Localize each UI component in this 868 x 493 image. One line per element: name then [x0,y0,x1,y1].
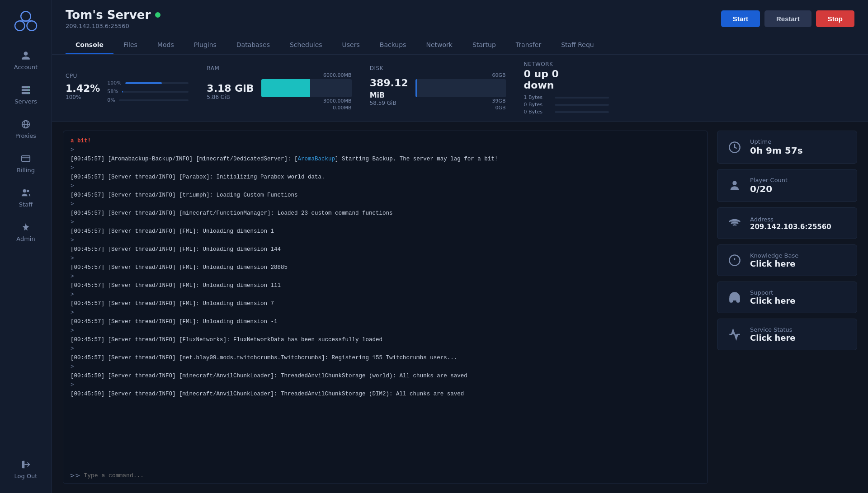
disk-bar-fill [415,79,417,97]
tab-console[interactable]: Console [66,37,113,54]
svg-point-2 [27,21,37,31]
network-up-value: 0 up 0 [524,68,559,80]
cpu-bar-label-mid: 58% [107,89,118,94]
console-prompt-12: > [71,344,700,353]
tab-backups[interactable]: Backups [370,37,416,54]
console-line-5: [00:45:57] [Server thread/INFO] [FML]: U… [71,227,700,236]
sidebar-item-billing[interactable]: Billing [0,147,52,179]
cpu-bar-label-top: 100% [107,80,121,86]
console-line-10: [00:45:57] [Server thread/INFO] [FML]: U… [71,317,700,326]
disk-sub: 58.59 GiB [370,100,408,106]
service-status-label: Service Status [750,326,796,333]
restart-button[interactable]: Restart [764,10,811,27]
console-input-row: >> [63,467,708,484]
service-status-card[interactable]: Service Status Click here [717,319,857,350]
net-bar-2 [555,104,609,106]
console-line-7: [00:45:57] [Server thread/INFO] [FML]: U… [71,263,700,272]
account-icon [20,50,32,61]
tab-transfer[interactable]: Transfer [506,37,551,54]
sidebar-item-proxies-label: Proxies [15,132,36,139]
sidebar-item-billing-label: Billing [17,167,35,174]
console-line-11: [00:45:57] [Server thread/INFO] [FluxNet… [71,335,700,344]
tab-databases[interactable]: Databases [226,37,280,54]
console-line-14: [00:45:59] [Server thread/INFO] [minecra… [71,390,700,399]
sidebar-item-servers[interactable]: Servers [0,79,52,110]
sidebar-item-admin[interactable]: Admin [0,216,52,248]
console-prompt-13: > [71,362,700,371]
sidebar-item-logout-label: Log Out [14,473,38,479]
cpu-bar-track-2 [122,91,189,93]
ram-bar-area: 6000.00MB 3000.00MB 0.00MB [261,72,352,111]
sidebar-item-staff[interactable]: Staff [0,182,52,213]
knowledge-base-label: Knowledge Base [750,252,798,259]
sidebar-item-admin-label: Admin [16,235,35,242]
status-indicator [155,12,160,18]
address-card: Address 209.142.103.6:25560 [717,207,857,239]
net-bar-1 [555,97,609,99]
sidebar-item-account[interactable]: Account [0,44,52,76]
ram-bar-zero-label: 0.00MB [261,105,352,111]
chart-icon [726,326,743,343]
cpu-bar-track-3 [119,99,189,101]
proxies-icon [20,118,32,130]
knowledge-base-link: Click here [750,259,798,268]
network-up: 0 up 0 down [524,68,609,91]
player-count-content: Player Count 0/20 [750,177,788,194]
ram-bar-bot-label: 3000.00MB [261,98,352,104]
console-prompt-10: > [71,308,700,317]
console-line-3: [00:45:57] [Server thread/INFO] [triumph… [71,191,700,200]
disk-bar-area: 60GB 39GB 0GB [415,72,506,111]
console-line-13: [00:45:59] [Server thread/INFO] [minecra… [71,371,700,380]
service-status-content: Service Status Click here [750,326,796,343]
svg-point-11 [28,93,29,94]
console-input[interactable] [84,472,701,479]
player-count-value: 0/20 [750,183,788,194]
svg-point-0 [21,11,31,21]
tab-mods[interactable]: Mods [147,37,184,54]
ram-sub: 5.86 GiB [207,94,254,100]
console-output: a bit! > [00:45:57] [Aromabackup-Backup/… [63,131,708,467]
ram-bar-fill [261,79,310,97]
ram-label: RAM [207,65,351,71]
sidebar-item-proxies[interactable]: Proxies [0,113,52,145]
uptime-value: 0h 9m 57s [750,145,803,156]
svg-rect-15 [22,156,30,162]
knowledge-base-content: Knowledge Base Click here [750,252,798,268]
support-content: Support Click here [750,289,796,305]
tab-network[interactable]: Network [416,37,462,54]
address-content: Address 209.142.103.6:25560 [750,216,831,231]
cpu-bar-label-bot: 0% [107,97,115,103]
right-panel: Uptime 0h 9m 57s Player Count 0/20 [717,131,857,484]
tab-plugins[interactable]: Plugins [184,37,226,54]
server-name: Tom's Server [66,8,151,22]
console-line-9: [00:45:57] [Server thread/INFO] [FML]: U… [71,299,700,308]
tab-staffrequ[interactable]: Staff Requ [551,37,604,54]
disk-value: 389.12MiB [370,77,408,100]
console-line-6: [00:45:57] [Server thread/INFO] [FML]: U… [71,245,700,254]
main-nav: Console Files Mods Plugins Databases Sch… [66,37,854,54]
cpu-bars: 100% 58% 0% [107,80,189,103]
net-bar-3 [555,111,609,113]
stop-button[interactable]: Stop [816,10,854,27]
network-label: Network [524,61,609,67]
start-button[interactable]: Start [721,10,760,27]
tab-files[interactable]: Files [113,37,147,54]
tab-users[interactable]: Users [332,37,370,54]
ram-bar-chart [261,79,352,97]
console-prompt-4: > [71,200,700,209]
content-area: a bit! > [00:45:57] [Aromabackup-Backup/… [52,122,868,493]
console-prompt-9: > [71,290,700,299]
staff-icon [20,187,32,199]
cpu-stat: CPU 1.42% 100% 100% 58% [66,73,189,103]
sidebar-item-logout[interactable]: Log Out [0,453,52,485]
disk-label: Disk [370,65,506,71]
console-prompt-2: > [71,164,700,173]
tab-startup[interactable]: Startup [462,37,506,54]
clock-icon [726,139,743,155]
support-label: Support [750,289,796,296]
cpu-bar-fill-1 [125,82,162,84]
support-card[interactable]: Support Click here [717,282,857,313]
tab-schedules[interactable]: Schedules [280,37,332,54]
uptime-content: Uptime 0h 9m 57s [750,138,803,156]
knowledge-base-card[interactable]: Knowledge Base Click here [717,244,857,276]
